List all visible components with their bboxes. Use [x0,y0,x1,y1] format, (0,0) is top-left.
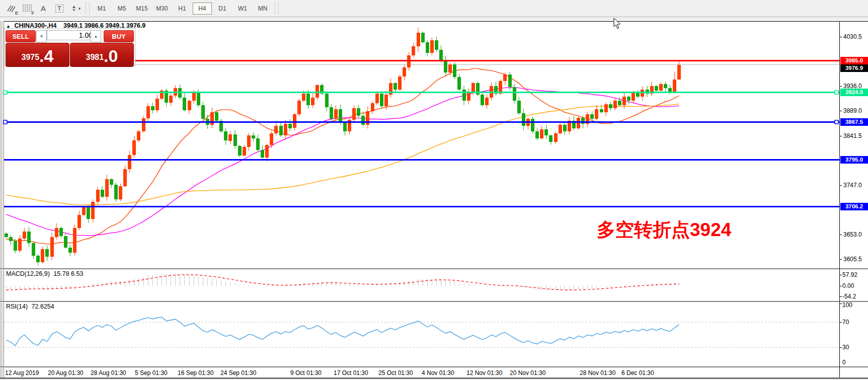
macd-current-values: 15.78 6.53 [53,270,83,277]
price-tick-3653.0: 3653.0 [843,231,862,238]
tool-sub-letter: E [15,11,18,16]
rsi-tick-0: 0 [842,359,846,366]
spin-down-icon: ▼ [40,34,44,39]
bid-main-digits: 3975 [22,50,40,65]
timeframe-m1-button[interactable]: M1 [92,3,111,15]
timeframe-h1-button[interactable]: H1 [173,3,192,15]
buy-button[interactable]: BUY [104,30,134,42]
price-line-label-3985.0: 3985.0 [840,57,868,64]
letter-a-icon: A [41,4,46,13]
window-left-edge [0,21,4,377]
one-click-trade-panel: SELL ▼ ▲ BUY 3975 .4 3981 .0 [4,28,135,66]
hatch-lines-icon [7,5,16,13]
date-label-5-Sep-01-30: 5 Sep 01:30 [135,369,168,376]
price-tick-3889.0: 3889.0 [843,107,862,114]
price-tick-3605.5: 3605.5 [843,256,862,263]
indicators-channel-tool-button[interactable]: E [4,2,18,15]
price-tick-4030.5: 4030.5 [843,33,862,40]
rsi-indicator-label: RSI(14) 72.6254 [6,303,54,310]
ask-main-digits: 3981 [86,50,104,65]
price-axis-border [839,21,840,377]
toolbar-separator-2 [275,3,279,15]
arrow-objects-icon [70,5,77,12]
rsi-tick-70: 70 [842,319,849,326]
timeframe-w1-button[interactable]: W1 [233,3,252,15]
macd-tick-57.92: 57.92 [842,271,857,278]
date-label-17-Oct-01-30: 17 Oct 01:30 [334,369,368,376]
date-label-12-Nov-01-30: 12 Nov 01:30 [466,369,502,376]
spin-up-icon: ▲ [94,34,98,39]
ask-price-button[interactable]: 3981 .0 [70,43,134,67]
bid-fraction-digits: .4 [39,47,53,65]
timeframe-h4-button[interactable]: H4 [193,3,212,15]
date-label-20-Aug-01-30: 20 Aug 01:30 [48,369,84,376]
price-tick-3747.0: 3747.0 [843,182,862,189]
date-label-20-Nov-01-30: 20 Nov 01:30 [510,369,545,376]
fibonacci-tool-button[interactable]: F [20,2,34,15]
chart-text-annotation[interactable]: 多空转折点3924 [597,217,731,243]
date-label-16-Sep-01-30: 16 Sep 01:30 [178,369,213,376]
ask-fraction-digits: .0 [104,47,118,65]
dropdown-caret-icon: ▾ [78,6,81,11]
timeframe-mn-button[interactable]: MN [253,3,272,15]
date-label-12-Aug-2019: 12 Aug 2019 [5,369,39,376]
price-line-label-3924.0: 3924.0 [840,89,868,96]
window-bottom-edge [0,377,868,379]
toolbar-separator [86,3,90,15]
date-label-28-Aug-01-30: 28 Aug 01:30 [91,369,126,376]
tool-sub-letter: F [32,11,35,16]
fibo-grid-icon [23,5,32,12]
toolbar: EFAT▾ M1M5M15M30H1H4D1W1MN [0,0,868,17]
date-label-28-Nov-01-30: 28 Nov 01:30 [580,369,615,376]
text-label-tool-button[interactable]: T [52,2,66,15]
volume-increase-button[interactable]: ▲ [91,30,101,42]
macd-tick--54.2: -54.2 [842,293,856,300]
rsi-panel-splitter[interactable] [0,301,868,302]
bid-price-button[interactable]: 3975 .4 [6,43,69,67]
date-axis-splitter [0,366,868,368]
date-label-4-Nov-01-30: 4 Nov 01:30 [422,369,454,376]
macd-tick-0.00: 0.00 [842,282,854,289]
price-line-label-3867.5: 3867.5 [840,118,868,126]
arrow-objects-tool-button[interactable]: ▾ [68,2,83,15]
timeframe-m15-button[interactable]: M15 [132,3,151,15]
timeframe-m5-button[interactable]: M5 [112,3,131,15]
rsi-tick-100: 100 [842,301,852,309]
price-line-label-3976.9: 3976.9 [840,64,868,72]
price-tick-3841.5: 3841.5 [843,132,862,139]
date-label-6-Dec-01-30: 6 Dec 01:30 [621,369,654,376]
date-label-9-Oct-01-30: 9 Oct 01:30 [290,369,322,376]
macd-panel-splitter[interactable] [0,268,868,270]
rsi-tick-30: 30 [842,344,849,351]
toolbar-timeframes: M1M5M15M30H1H4D1W1MN [92,3,273,15]
date-label-24-Sep-01-30: 24 Sep 01:30 [220,369,256,376]
date-label-25-Oct-01-30: 25 Oct 01:30 [378,369,413,376]
chart-window [0,21,868,379]
volume-input[interactable] [47,30,95,40]
toolbar-object-tools: EFAT▾ [3,2,84,15]
sell-button[interactable]: SELL [6,30,36,42]
macd-indicator-label: MACD(12,26,9) 15.78 6.53 [6,270,83,277]
text-tool-button[interactable]: A [36,2,50,15]
timeframe-d1-button[interactable]: D1 [213,3,232,15]
price-line-label-3706.2: 3706.2 [840,203,868,210]
volume-decrease-button[interactable]: ▼ [36,30,47,42]
rsi-current-value: 72.6254 [32,303,54,310]
timeframe-m30-button[interactable]: M30 [152,3,172,15]
price-line-label-3795.0: 3795.0 [840,156,868,164]
text-label-t-icon: T [55,5,63,13]
